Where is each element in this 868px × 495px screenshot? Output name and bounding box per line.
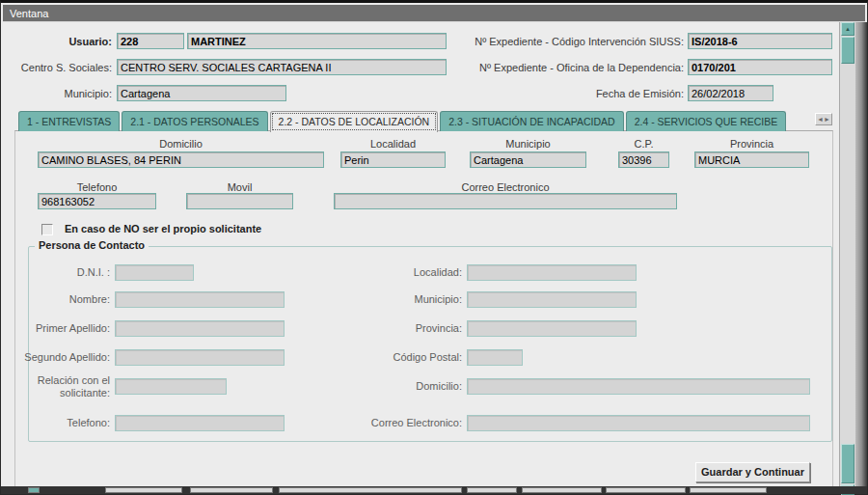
tab-entrevistas[interactable]: 1 - ENTREVISTAS (18, 111, 120, 131)
bottom-bar-segment (522, 487, 602, 493)
contact-provincia-label: Provincia: (361, 322, 462, 334)
usuario-code-field[interactable]: 228 (117, 33, 184, 49)
cp-field[interactable]: 30396 (618, 151, 669, 168)
municipio-field[interactable]: Cartagena (470, 151, 586, 168)
bottom-bar-segment (690, 487, 767, 493)
bottom-bar-segment (467, 487, 517, 493)
telefono-field[interactable]: 968163052 (38, 193, 156, 209)
fecha-emision-field[interactable]: 26/02/2018 (688, 85, 773, 101)
contact-dni-label: D.N.I. : (9, 266, 110, 278)
contact-domicilio-label: Domicilio: (361, 380, 462, 392)
window-title: Ventana (10, 8, 48, 19)
contact-nombre-field[interactable] (115, 291, 285, 308)
tab-scroll-arrows-icon[interactable]: ◄► (815, 113, 832, 125)
contact-telefono-label: Telefono: (9, 417, 110, 428)
tab-datos-personales[interactable]: 2.1 - DATOS PERSONALES (122, 111, 267, 131)
contact-domicilio-field[interactable] (467, 378, 810, 395)
localidad-field[interactable]: Perin (340, 151, 446, 168)
not-applicant-checkbox[interactable] (41, 224, 53, 235)
window-titlebar: Ventana (3, 5, 865, 22)
municipio-label: Municipio (470, 138, 586, 150)
contact-codigo-postal-field[interactable] (467, 349, 523, 366)
scrollbar-thumb-top[interactable] (841, 37, 854, 64)
contact-segundo-apellido-field[interactable] (115, 349, 285, 366)
contact-primer-apellido-label: Primer Apellido: (9, 322, 110, 334)
contact-municipio-label: Municipio: (361, 293, 462, 305)
domicilio-label: Domicilio (38, 138, 324, 150)
vertical-scrollbar[interactable]: ▲ ▼ (839, 22, 855, 490)
expediente-oficina-field[interactable]: 0170/201 (688, 59, 832, 75)
municipio-header-field[interactable]: Cartagena (117, 85, 286, 101)
bottom-bar (1, 486, 867, 494)
bottom-bar-segment (28, 487, 40, 493)
contact-relacion-label: Relación con el solicitante: (35, 374, 110, 399)
expediente-oficina-label: Nº Expediente - Oficina de la Dependenci… (416, 62, 684, 73)
localidad-label: Localidad (340, 138, 446, 150)
tab-datos-localizacion[interactable]: 2.2 - DATOS DE LOCALIZACIÓN (270, 111, 439, 132)
tab-situacion-incapacidad[interactable]: 2.3 - SITUACIÓN DE INCAPACIDAD (440, 111, 624, 131)
contact-codigo-postal-label: Código Postal: (361, 351, 462, 363)
domicilio-field[interactable]: CAMINO BLASES, 84 PERIN (38, 151, 324, 168)
movil-label: Movil (186, 181, 293, 193)
not-applicant-checkbox-label: En caso de NO ser el propio solicitante (65, 223, 261, 234)
contact-provincia-field[interactable] (467, 320, 637, 337)
cp-label: C.P. (618, 138, 669, 150)
window-right-border (854, 22, 867, 494)
correo-field[interactable] (334, 193, 677, 209)
tab-servicios-recibe[interactable]: 2.4 - SERVICIOS QUE RECIBE (626, 111, 787, 131)
contact-relacion-field[interactable] (115, 378, 227, 395)
persona-contacto-legend: Persona de Contacto (35, 239, 149, 251)
telefono-label: Telefono (38, 181, 156, 193)
correo-label: Correo Electronico (334, 181, 677, 193)
fecha-emision-label: Fecha de Emisión: (416, 88, 684, 99)
guardar-continuar-button[interactable]: Guardar y Continuar (695, 462, 810, 482)
expediente-siuss-label: Nº Expediente - Código Intervención SIUS… (416, 36, 684, 47)
contact-municipio-field[interactable] (467, 291, 637, 308)
usuario-name-field[interactable]: MARTINEZ (187, 33, 447, 49)
bottom-bar-segment (190, 487, 273, 493)
usuario-label: Usuario: (30, 36, 112, 47)
provincia-field[interactable]: MURCIA (694, 151, 809, 168)
tab-bar: 1 - ENTREVISTAS 2.1 - DATOS PERSONALES 2… (18, 111, 786, 132)
bottom-bar-segment (279, 487, 462, 493)
municipio-header-label: Municipio: (11, 88, 112, 99)
movil-field[interactable] (186, 193, 293, 209)
contact-correo-label: Correo Electronico: (356, 417, 462, 428)
scroll-up-icon[interactable]: ▲ (841, 22, 854, 36)
contact-correo-field[interactable] (467, 415, 810, 431)
scrollbar-thumb-bottom[interactable] (841, 444, 854, 483)
contact-localidad-label: Localidad: (361, 266, 462, 278)
provincia-label: Provincia (694, 138, 809, 150)
contact-localidad-field[interactable] (467, 264, 637, 281)
contact-primer-apellido-field[interactable] (115, 320, 285, 337)
bottom-bar-segment (105, 487, 182, 493)
bottom-bar-segment (606, 487, 686, 493)
expediente-siuss-field[interactable]: IS/2018-6 (688, 33, 832, 49)
contact-dni-field[interactable] (115, 264, 194, 281)
contact-telefono-field[interactable] (115, 415, 285, 431)
contact-segundo-apellido-label: Segundo Apellido: (9, 351, 110, 363)
centro-field[interactable]: CENTRO SERV. SOCIALES CARTAGENA II (117, 59, 447, 75)
centro-label: Centro S. Sociales: (11, 62, 112, 73)
application-window: Ventana Usuario: 228 MARTINEZ Nº Expedie… (0, 0, 868, 495)
contact-nombre-label: Nombre: (9, 293, 110, 305)
